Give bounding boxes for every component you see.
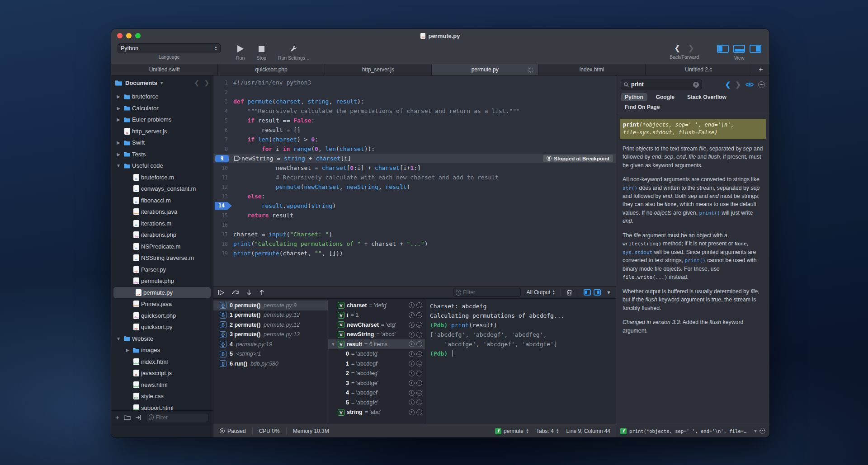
add-file-button[interactable]: + [115, 413, 119, 421]
info-icon[interactable]: i [409, 332, 415, 338]
info-icon[interactable]: i [409, 322, 415, 328]
toggle-debug-left-pane-button[interactable] [584, 289, 591, 296]
stop-button[interactable]: Stop [256, 43, 266, 61]
tree-item-fibonacci-m[interactable]: mfibonacci.m [111, 195, 213, 207]
console-filter-input[interactable] [463, 289, 518, 296]
tree-item-swift[interactable]: ▶Swift [111, 137, 213, 149]
variable-row-string[interactable]: Vstring = 'abc'i… [328, 408, 425, 418]
variable-row-2[interactable]: 2 = 'abcdfeg'i… [328, 369, 425, 379]
toggle-bottom-panel-button[interactable] [733, 45, 745, 53]
chevron-right-icon[interactable]: ▶ [115, 106, 122, 111]
chevron-down-icon[interactable]: ▼ [115, 163, 122, 168]
clear-search-icon[interactable]: ✕ [693, 82, 699, 88]
toggle-debug-right-pane-button[interactable] [594, 289, 601, 296]
variable-row-0[interactable]: 0 = 'abcdefg'i… [328, 349, 425, 359]
cursor-position[interactable]: Line 9, Column 44 [566, 428, 610, 434]
eye-icon[interactable] [745, 82, 754, 87]
tree-item-http-server-js[interactable]: jshttp_server.js [111, 126, 213, 137]
close-window-button[interactable] [117, 33, 123, 38]
stack-frame-5[interactable]: {}5<string>:1 [213, 349, 328, 359]
tree-item-nspredicate-m[interactable]: mNSPredicate.m [111, 241, 213, 253]
function-scope-select[interactable]: f permute ▲▼ [495, 428, 529, 434]
stack-frame-1[interactable]: {}1 permute()permute.py:12 [213, 310, 328, 320]
reveal-in-finder-button[interactable] [135, 415, 142, 420]
tree-item-parser-py[interactable]: pyParser.py [111, 264, 213, 276]
tree-item-conways-constant-m[interactable]: mconways_constant.m [111, 183, 213, 195]
stack-frame-2[interactable]: {}2 permute()permute.py:12 [213, 320, 328, 330]
toggle-left-panel-button[interactable] [717, 45, 729, 53]
tree-item-index-html[interactable]: htmlindex.html [111, 356, 213, 368]
tree-item-primes-java[interactable]: javaPrimes.java [111, 298, 213, 310]
info-icon[interactable]: i [409, 341, 415, 347]
more-actions-icon[interactable]: … [416, 380, 422, 386]
docs-tab-find-on-page[interactable]: Find On Page [621, 103, 664, 111]
stack-frame-4[interactable]: {}4permute.py:19 [213, 339, 328, 349]
tab-permute.py[interactable]: permute.py [432, 64, 538, 75]
tree-item-tests[interactable]: ▶Tests [111, 149, 213, 160]
tree-item-useful-code[interactable]: ▼Useful code [111, 160, 213, 172]
info-icon[interactable]: i [409, 380, 415, 386]
new-tab-button[interactable]: + [752, 64, 769, 75]
code-editor[interactable]: 1#!/usr/bin/env python323def permute(cha… [213, 75, 616, 286]
more-actions-icon[interactable]: … [416, 361, 422, 366]
variable-row-newCharset[interactable]: VnewCharset = 'efg'i… [328, 320, 425, 330]
stack-frame-3[interactable]: {}3 permute()permute.py:12 [213, 330, 328, 340]
tree-item-calculator[interactable]: ▶Calculator [111, 103, 213, 114]
variable-row-i[interactable]: Vi = 1i… [328, 310, 425, 320]
tree-item-support-html[interactable]: htmlsupport.html [111, 402, 213, 411]
more-actions-icon[interactable]: … [416, 390, 422, 396]
tree-item-nsstring-traverse-m[interactable]: mNSString traverse.m [111, 252, 213, 264]
step-over-button[interactable] [232, 290, 239, 295]
chevron-right-icon[interactable]: ▶ [115, 152, 122, 157]
sidebar-forward-button[interactable]: ❯ [204, 79, 209, 86]
collapse-panel-button[interactable]: ▼ [606, 290, 611, 295]
tree-item-images[interactable]: ▶images [111, 344, 213, 356]
chevron-down-icon[interactable]: ▼ [331, 342, 335, 347]
variable-row-4[interactable]: 4 = 'abcdgef'i… [328, 388, 425, 398]
doc-footer-symbol[interactable]: print(*objects, sep=' ', end='\n', file=… [629, 428, 749, 434]
sidebar-root[interactable]: Documents ▼ ❮ ❯ [111, 75, 213, 90]
more-actions-icon[interactable]: … [416, 341, 422, 347]
variable-row-result[interactable]: ▼Vresult = 6 itemsi… [328, 339, 425, 349]
tree-item-iterations-m[interactable]: miterations.m [111, 218, 213, 230]
docs-tab-stack-overflow[interactable]: Stack Overflow [683, 93, 731, 101]
tab-index.html[interactable]: index.html [538, 64, 645, 75]
docs-back-button[interactable]: ❮ [725, 80, 731, 89]
zoom-window-button[interactable] [135, 33, 141, 38]
tree-item-style-css[interactable]: cssstyle.css [111, 390, 213, 402]
tree-item-bruteforce-m[interactable]: mbruteforce.m [111, 172, 213, 183]
tree-item-quicksort-php[interactable]: phpquicksort.php [111, 310, 213, 322]
tree-item-iterations-java[interactable]: javaiterations.java [111, 206, 213, 218]
stack-frame-6[interactable]: {}6 run()bdb.py:580 [213, 359, 328, 369]
step-out-button[interactable] [259, 289, 264, 296]
tab-quicksort.php[interactable]: quicksort.php [218, 64, 325, 75]
run-button[interactable]: Run [236, 43, 245, 61]
more-actions-icon[interactable]: … [416, 302, 422, 308]
info-icon[interactable]: i [409, 312, 415, 318]
info-icon[interactable]: i [409, 371, 415, 376]
breakpoint-badge[interactable]: 14 [215, 202, 232, 210]
tree-item-euler-problems[interactable]: ▶Euler problems [111, 114, 213, 126]
more-actions-icon[interactable]: … [416, 409, 422, 415]
variable-row-charset[interactable]: Vcharset = 'defg'i… [328, 301, 425, 310]
info-icon[interactable]: i [409, 390, 415, 396]
tab-Untitled.swift[interactable]: Untitled.swift [111, 64, 218, 75]
docs-search-input[interactable] [631, 81, 691, 88]
variable-row-3[interactable]: 3 = 'abcdfge'i… [328, 378, 425, 388]
tree-item-permute-py[interactable]: pypermute.py [113, 287, 211, 299]
info-icon[interactable]: i [409, 302, 415, 308]
info-icon[interactable]: i [409, 409, 415, 415]
more-actions-icon[interactable]: … [416, 351, 422, 357]
minimize-window-button[interactable] [126, 33, 132, 38]
tab-Untitled 2.c[interactable]: Untitled 2.c [646, 64, 752, 75]
continue-execution-button[interactable] [218, 290, 225, 296]
more-actions-icon[interactable]: … [416, 371, 422, 376]
tab-http_server.js[interactable]: http_server.js [325, 64, 432, 75]
chevron-right-icon[interactable]: ▶ [115, 117, 122, 122]
output-select[interactable]: All Output ▲▼ [526, 289, 555, 296]
docs-tab-python[interactable]: Python [621, 93, 647, 101]
more-actions-icon[interactable]: … [416, 332, 422, 338]
more-actions-icon[interactable]: … [416, 399, 422, 405]
console-output[interactable]: Charset: abcdefgCalculating permutations… [425, 299, 616, 424]
tree-item-website[interactable]: ▼Website [111, 333, 213, 345]
